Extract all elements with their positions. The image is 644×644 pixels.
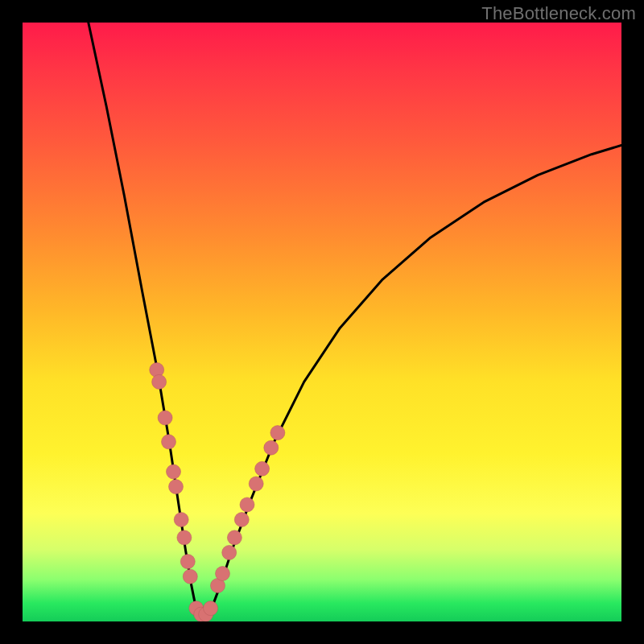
svg-point-19 xyxy=(240,497,254,512)
svg-point-17 xyxy=(227,530,242,545)
svg-point-22 xyxy=(264,440,279,455)
chart-svg xyxy=(23,23,621,621)
svg-point-20 xyxy=(249,477,263,491)
svg-point-8 xyxy=(180,555,195,569)
svg-point-1 xyxy=(152,374,167,389)
svg-point-23 xyxy=(270,426,285,440)
watermark-text: TheBottleneck.com xyxy=(481,3,636,24)
marker-dots xyxy=(150,363,285,622)
svg-point-2 xyxy=(158,411,172,425)
bottleneck-curve xyxy=(89,23,621,618)
svg-point-15 xyxy=(216,567,230,581)
svg-point-4 xyxy=(167,464,181,479)
svg-point-6 xyxy=(174,513,188,527)
svg-point-21 xyxy=(255,461,270,476)
svg-point-5 xyxy=(169,480,184,494)
svg-point-9 xyxy=(183,569,197,584)
svg-point-3 xyxy=(162,435,176,449)
svg-point-18 xyxy=(234,513,249,527)
svg-point-7 xyxy=(177,530,192,545)
svg-point-16 xyxy=(222,545,237,559)
svg-point-13 xyxy=(204,601,218,616)
chart-frame xyxy=(23,23,621,621)
